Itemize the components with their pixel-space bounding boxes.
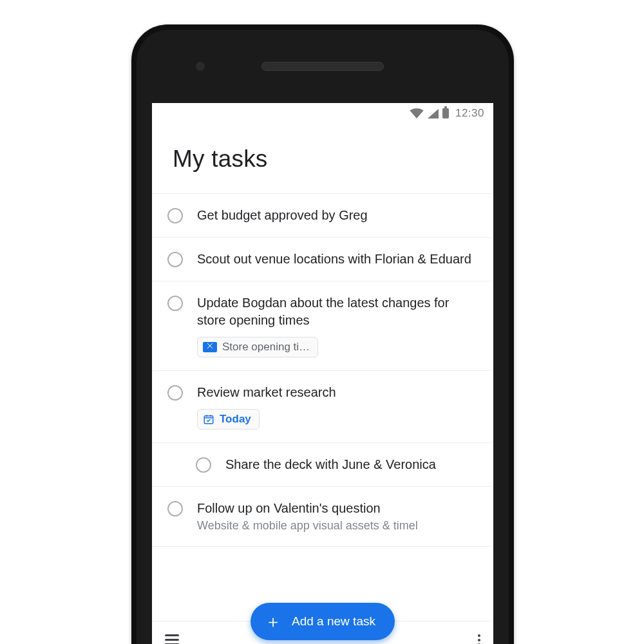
email-attachment-chip[interactable]: Store opening ti… xyxy=(197,337,318,357)
task-checkbox[interactable] xyxy=(167,296,183,311)
task-title: Follow up on Valentin's question xyxy=(197,500,478,517)
task-item[interactable]: Review market research xyxy=(152,371,493,443)
task-checkbox[interactable] xyxy=(167,385,183,401)
task-item[interactable]: Get budget approved by Greg xyxy=(152,193,493,238)
phone-bezel: 12:30 My tasks Get budget approved by Gr… xyxy=(137,30,509,644)
menu-icon[interactable] xyxy=(165,634,179,644)
task-subtitle: Website & mobile app visual assets & tim… xyxy=(197,518,478,533)
task-checkbox[interactable] xyxy=(167,208,183,223)
task-checkbox[interactable] xyxy=(196,457,211,473)
task-item[interactable]: Follow up on Valentin's question Website… xyxy=(152,487,493,547)
task-checkbox[interactable] xyxy=(167,252,183,267)
task-list: Get budget approved by Greg Scout out ve… xyxy=(152,193,493,547)
task-title: Get budget approved by Greg xyxy=(197,207,478,224)
svg-rect-0 xyxy=(204,416,213,424)
task-item[interactable]: Scout out venue locations with Florian &… xyxy=(152,238,493,281)
front-camera xyxy=(196,62,205,71)
calendar-check-icon xyxy=(203,413,214,425)
task-title: Scout out venue locations with Florian &… xyxy=(197,251,478,268)
add-task-fab[interactable]: ＋ Add a new task xyxy=(251,603,395,640)
task-title: Review market research xyxy=(197,384,478,401)
status-time: 12:30 xyxy=(455,107,484,120)
plus-icon: ＋ xyxy=(265,613,281,630)
phone-top-hardware xyxy=(137,30,509,103)
battery-icon xyxy=(442,108,449,118)
cell-signal-icon xyxy=(428,109,439,118)
page-title: My tasks xyxy=(152,124,493,193)
chip-label: Store opening ti… xyxy=(222,341,310,354)
task-title: Share the deck with June & Veronica xyxy=(225,456,478,473)
more-icon[interactable] xyxy=(478,634,480,645)
task-checkbox[interactable] xyxy=(167,501,183,516)
task-title: Update Bogdan about the latest changes f… xyxy=(197,294,478,329)
status-bar: 12:30 xyxy=(152,103,493,124)
task-item-subtask[interactable]: Share the deck with June & Veronica xyxy=(152,443,493,487)
task-item[interactable]: Update Bogdan about the latest changes f… xyxy=(152,281,493,371)
mail-icon xyxy=(203,342,217,352)
screen: 12:30 My tasks Get budget approved by Gr… xyxy=(152,103,493,644)
earpiece-speaker xyxy=(261,62,384,71)
phone-frame: 12:30 My tasks Get budget approved by Gr… xyxy=(131,24,514,644)
chip-label: Today xyxy=(220,413,251,426)
wifi-icon xyxy=(410,108,424,118)
fab-label: Add a new task xyxy=(292,614,375,629)
date-chip[interactable]: Today xyxy=(197,409,260,430)
